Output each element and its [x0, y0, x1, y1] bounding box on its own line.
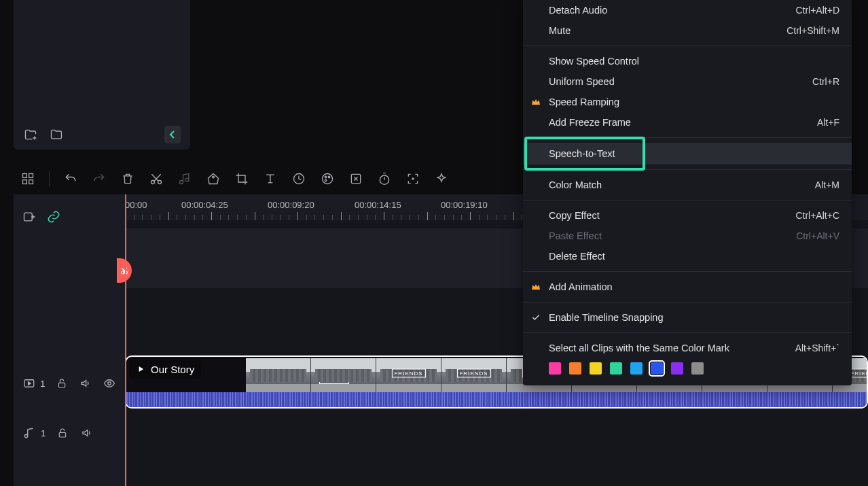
ruler-label: 00:00:04:25: [181, 200, 228, 210]
eye-icon[interactable]: [103, 376, 117, 391]
menu-label: Add Freeze Frame: [549, 117, 631, 128]
context-menu: Detach Audio Ctrl+Alt+D Mute Ctrl+Shift+…: [523, 0, 852, 385]
menu-label: Color Match: [549, 179, 602, 190]
media-panel-footer: [14, 120, 190, 150]
separator: [49, 171, 50, 186]
color-swatch[interactable]: [671, 362, 683, 375]
menu-add-freeze-frame[interactable]: Add Freeze Frame Alt+F: [523, 112, 852, 133]
menu-speed-ramping[interactable]: Speed Ramping: [523, 92, 852, 112]
audio-note-icon[interactable]: [177, 171, 192, 186]
layout-icon[interactable]: [20, 171, 35, 186]
media-panel: [14, 0, 190, 150]
svg-rect-3: [29, 180, 33, 184]
menu-label: Uniform Speed: [549, 76, 615, 87]
svg-rect-2: [23, 180, 27, 184]
color-swatch[interactable]: [549, 362, 561, 375]
menu-label: Select all Clips with the Same Color Mar…: [549, 343, 729, 353]
menu-show-speed-control[interactable]: Show Speed Control: [523, 51, 852, 71]
text-icon[interactable]: [263, 171, 278, 186]
color-swatch[interactable]: [610, 362, 622, 375]
track-header: 1 1: [14, 194, 125, 486]
divider: [523, 169, 852, 170]
svg-rect-15: [24, 213, 33, 221]
menu-shortcut: Ctrl+Alt+D: [795, 5, 839, 16]
svg-rect-17: [58, 383, 65, 387]
menu-delete-effect[interactable]: Delete Effect: [523, 246, 852, 266]
menu-copy-effect[interactable]: Copy Effect Ctrl+Alt+C: [523, 205, 852, 226]
color-swatch[interactable]: [630, 362, 643, 375]
add-track-icon[interactable]: [22, 209, 37, 224]
menu-enable-snapping[interactable]: Enable Timeline Snapping: [523, 307, 852, 328]
lock-icon[interactable]: [54, 376, 69, 391]
menu-label: Mute: [549, 25, 571, 36]
menu-label: Show Speed Control: [549, 56, 639, 67]
menu-mute[interactable]: Mute Ctrl+Shift+M: [523, 20, 852, 41]
menu-label: Speed Ramping: [549, 97, 619, 107]
svg-point-14: [412, 178, 414, 179]
color-swatch[interactable]: [651, 362, 663, 375]
menu-uniform-speed[interactable]: Uniform Speed Ctrl+R: [523, 71, 852, 92]
collapse-panel-button[interactable]: [164, 126, 181, 143]
sparkle-icon[interactable]: [434, 171, 449, 186]
link-icon[interactable]: [46, 209, 61, 224]
volume-icon[interactable]: [79, 376, 93, 391]
menu-label: Speech-to-Text: [549, 148, 615, 159]
svg-point-10: [328, 176, 330, 178]
menu-label: Detach Audio: [549, 5, 607, 16]
svg-point-8: [323, 174, 333, 184]
menu-shortcut: Alt+Shift+`: [795, 343, 839, 353]
speed-icon[interactable]: [291, 171, 306, 186]
menu-label: Add Animation: [549, 281, 613, 292]
svg-point-4: [151, 181, 155, 184]
redo-icon[interactable]: [92, 171, 107, 186]
undo-icon[interactable]: [63, 171, 78, 186]
delete-icon[interactable]: [120, 171, 135, 186]
volume-icon[interactable]: [79, 426, 94, 440]
ruler-label: 00:00:19:10: [441, 200, 488, 210]
svg-point-5: [158, 181, 162, 184]
divider: [523, 332, 852, 333]
stopwatch-icon[interactable]: [377, 171, 392, 186]
crop-icon[interactable]: [234, 171, 249, 186]
svg-rect-0: [23, 174, 27, 178]
tag-icon[interactable]: [206, 171, 221, 186]
divider: [523, 200, 852, 201]
menu-paste-effect: Paste Effect Ctrl+Alt+V: [523, 226, 852, 246]
audio-track-count: 1: [41, 428, 46, 438]
menu-shortcut: Ctrl+Alt+V: [796, 230, 839, 241]
menu-shortcut: Ctrl+Shift+M: [786, 25, 839, 36]
audio-waveform: [126, 392, 867, 407]
new-folder-icon[interactable]: [23, 127, 38, 142]
menu-label: Copy Effect: [549, 210, 600, 221]
color-swatch[interactable]: [691, 362, 704, 375]
chromakey-icon[interactable]: [348, 171, 363, 186]
crown-icon: [530, 281, 542, 293]
ruler-label: 00:00:14:15: [355, 200, 401, 210]
divider: [523, 302, 852, 302]
audio-track-icon: [22, 426, 37, 440]
menu-color-match[interactable]: Color Match Alt+M: [523, 175, 852, 195]
folder-icon[interactable]: [49, 127, 64, 142]
color-icon[interactable]: [320, 171, 335, 186]
divider: [523, 137, 852, 138]
clip-title-bar: Our Story: [129, 360, 201, 379]
svg-point-13: [380, 175, 388, 184]
ruler-label: 00:00:09:20: [268, 200, 314, 210]
menu-select-same-color[interactable]: Select all Clips with the Same Color Mar…: [523, 338, 852, 358]
focus-icon[interactable]: [405, 171, 420, 186]
crown-icon: [530, 96, 542, 108]
svg-rect-19: [60, 432, 66, 437]
color-swatch[interactable]: [590, 362, 602, 375]
menu-detach-audio[interactable]: Detach Audio Ctrl+Alt+D: [523, 0, 852, 20]
video-track-count: 1: [40, 379, 45, 389]
menu-speech-to-text[interactable]: Speech-to-Text: [523, 143, 852, 164]
menu-add-animation[interactable]: Add Animation: [523, 277, 852, 297]
svg-point-11: [325, 179, 327, 181]
color-swatch[interactable]: [569, 362, 581, 375]
cut-icon[interactable]: [149, 171, 164, 186]
playhead[interactable]: [125, 194, 126, 486]
menu-label: Delete Effect: [549, 251, 605, 262]
divider: [523, 271, 852, 272]
menu-label: Paste Effect: [549, 230, 602, 241]
lock-icon[interactable]: [55, 426, 70, 440]
